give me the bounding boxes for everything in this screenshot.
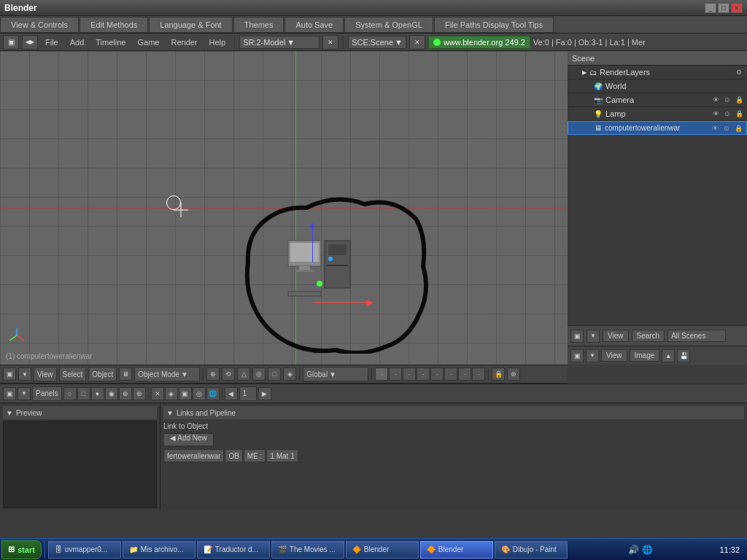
outliner-item-renderlayers[interactable]: ▶ 🗂 RenderLayers ⚙ xyxy=(568,66,747,79)
right-vp-arrow[interactable]: ▼ xyxy=(586,349,599,362)
right-vp-icon[interactable]: ▣ xyxy=(570,349,584,362)
lamp-lock-icon[interactable]: 🔒 xyxy=(734,109,744,119)
tab-auto-save[interactable]: Auto Save xyxy=(285,17,344,33)
lamp-render-icon[interactable]: ⊙ xyxy=(722,109,732,119)
add-new-button[interactable]: ◀ Add New xyxy=(163,433,214,446)
tab-themes[interactable]: Themes xyxy=(233,17,285,33)
menu-arrow[interactable]: ◀▶ xyxy=(22,35,38,50)
right-vp-up[interactable]: ▲ xyxy=(662,349,675,362)
tab-edit-methods[interactable]: Edit Methods xyxy=(80,17,148,33)
menu-game[interactable]: Game xyxy=(133,36,163,48)
tab-view-controls[interactable]: View & Controls xyxy=(0,17,79,33)
menu-help[interactable]: Help xyxy=(205,36,231,48)
search-button[interactable]: Search xyxy=(632,330,665,342)
camera-lock-icon[interactable]: 🔒 xyxy=(734,95,744,105)
outliner-item-computer[interactable]: 🖥 computertoweralienwar 👁 ⊙ 🔒 xyxy=(568,121,747,135)
layer-3[interactable]: · xyxy=(403,368,416,381)
panel-icon-1[interactable]: ○ xyxy=(63,387,77,400)
vp-tri-icon[interactable]: △ xyxy=(237,368,250,381)
taskbar-item-movies[interactable]: 🎬 The Movies ... xyxy=(271,541,344,559)
lamp-visibility-icon[interactable]: 👁 xyxy=(711,109,721,119)
link-to-object-row: Link to Object xyxy=(163,422,744,430)
vp-arrow[interactable]: ▼ xyxy=(18,368,31,381)
outliner-item-camera[interactable]: 📷 Camera 👁 ⊙ 🔒 xyxy=(568,93,747,107)
camera-visibility-icon[interactable]: 👁 xyxy=(711,95,721,105)
info-text: Ve:0 | Fa:0 | Ob:3-1 | La:1 | Mer xyxy=(533,38,646,47)
tab-language-font[interactable]: Language & Font xyxy=(149,17,232,33)
scene-close[interactable]: ✕ xyxy=(409,35,425,50)
start-button[interactable]: ⊞ start xyxy=(1,540,42,559)
panel-next-btn[interactable]: ▶ xyxy=(258,387,271,400)
layer-2[interactable]: · xyxy=(389,368,402,381)
3d-viewport[interactable]: ▲ ▶ (1) computertoweralienwar xyxy=(0,51,568,365)
layer-7[interactable]: · xyxy=(458,368,471,381)
close-button[interactable]: × xyxy=(731,3,743,13)
vp-select-btn[interactable]: Select xyxy=(59,367,87,381)
taskbar-item-traductor[interactable]: 📝 Traductor d... xyxy=(197,541,270,559)
panel-ctrl-1[interactable]: ✕ xyxy=(151,387,164,400)
vp-view-btn[interactable]: View xyxy=(34,367,57,381)
computer-render-icon[interactable]: ⊙ xyxy=(721,123,732,133)
vp-icon[interactable]: ▣ xyxy=(3,368,16,381)
computer-lock-icon[interactable]: 🔒 xyxy=(733,123,743,133)
menu-file[interactable]: File xyxy=(41,36,63,48)
taskbar-item-blender2[interactable]: 🔶 Blender xyxy=(420,541,493,559)
tab-system-opengl[interactable]: System & OpenGL xyxy=(344,17,433,33)
layer-5[interactable]: · xyxy=(430,368,444,381)
computer-visibility-icon[interactable]: 👁 xyxy=(710,123,720,133)
panel-ctrl-4[interactable]: ◎ xyxy=(193,387,206,400)
menu-logo[interactable]: ▣ xyxy=(3,35,19,50)
vp-cir-icon[interactable]: ◎ xyxy=(252,368,266,381)
vp-global-dropdown[interactable]: Global▼ xyxy=(303,367,368,381)
magnet-icon[interactable]: ⊛ xyxy=(507,368,520,381)
renderlayers-settings-icon[interactable]: ⚙ xyxy=(734,67,744,77)
panel-ctrl-5[interactable]: 🌐 xyxy=(206,387,220,400)
panel-icon-6[interactable]: ⊛ xyxy=(133,387,146,400)
panel-icon-3[interactable]: ● xyxy=(91,387,104,400)
menu-render[interactable]: Render xyxy=(166,36,201,48)
right-view-btn[interactable]: View xyxy=(601,349,627,362)
taskbar-item-uvmapper[interactable]: 🗄 uvmapper0... xyxy=(48,541,121,559)
layer-8[interactable]: · xyxy=(472,368,485,381)
right-vp-save[interactable]: 💾 xyxy=(677,349,690,362)
maximize-button[interactable]: □ xyxy=(718,3,729,13)
layer-4[interactable]: · xyxy=(417,368,430,381)
panel-prev-btn[interactable]: ◀ xyxy=(225,387,238,400)
taskbar-item-misarchivo[interactable]: 📁 Mis archivo... xyxy=(123,541,196,559)
taskbar-item-paint[interactable]: 🎨 Dibujo - Paint xyxy=(495,541,568,559)
vp-object-btn[interactable]: Object xyxy=(88,367,117,381)
vp-rot-icon[interactable]: ⟲ xyxy=(222,368,235,381)
outliner-icon-grid[interactable]: ▣ xyxy=(570,330,584,343)
menu-timeline[interactable]: Timeline xyxy=(91,36,130,48)
panels-btn[interactable]: Panels xyxy=(32,386,62,401)
camera-render-icon[interactable]: ⊙ xyxy=(722,95,732,105)
right-image-btn[interactable]: Image xyxy=(630,349,660,362)
menu-add[interactable]: Add xyxy=(66,36,89,48)
mode-close[interactable]: ✕ xyxy=(322,35,338,50)
outliner-arrow[interactable]: ▼ xyxy=(587,330,600,343)
taskbar-item-blender1[interactable]: 🔶 Blender xyxy=(346,541,419,559)
panel-ctrl-2[interactable]: ◈ xyxy=(165,387,178,400)
panel-icon-5[interactable]: ⊕ xyxy=(119,387,132,400)
mode-dropdown[interactable]: SR:2-Model ▼ xyxy=(239,36,320,49)
vp-snap-icon[interactable]: ⊕ xyxy=(206,368,220,381)
layer-1[interactable]: · xyxy=(375,368,388,381)
bottom-icon[interactable]: ▣ xyxy=(3,387,16,400)
panel-icon-4[interactable]: ◉ xyxy=(105,387,118,400)
vp-diamond-icon[interactable]: ◈ xyxy=(283,368,296,381)
vp-sq-icon[interactable]: □ xyxy=(268,368,281,381)
panel-ctrl-3[interactable]: ▣ xyxy=(179,387,192,400)
vp-obj-icon[interactable]: 🖥 xyxy=(119,368,132,381)
tab-file-paths[interactable]: File Paths Display Tool Tips xyxy=(434,17,554,33)
vp-mode-dropdown[interactable]: Object Mode▼ xyxy=(134,367,200,381)
scene-dropdown[interactable]: SCE:Scene ▼ xyxy=(348,36,406,49)
layer-6[interactable]: · xyxy=(444,368,457,381)
panel-icon-2[interactable]: □ xyxy=(77,387,90,400)
outliner-item-world[interactable]: 🌍 World xyxy=(568,79,747,93)
scene-select[interactable]: All Scenes xyxy=(667,330,726,342)
view-button[interactable]: View xyxy=(603,330,629,342)
minimize-button[interactable]: _ xyxy=(705,3,716,13)
bottom-arrow[interactable]: ▼ xyxy=(18,387,31,400)
lock-icon[interactable]: 🔒 xyxy=(492,368,505,381)
outliner-item-lamp[interactable]: 💡 Lamp 👁 ⊙ 🔒 xyxy=(568,107,747,121)
